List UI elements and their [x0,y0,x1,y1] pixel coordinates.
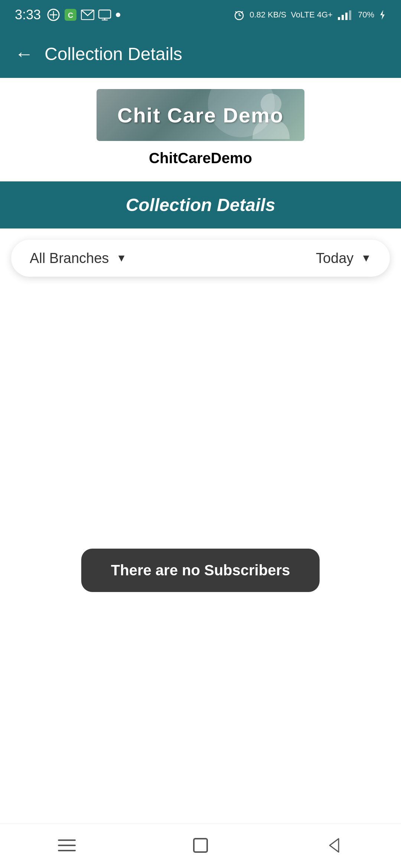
content-area: Chit Care Demo ChitCareDemo Collection D… [0,78,401,823]
menu-icon [56,834,78,857]
hamburger-menu-button[interactable] [56,834,78,858]
signal-icon [337,9,353,21]
status-bar-left: 3:33 C [15,7,121,23]
filter-divider [221,247,222,269]
logo-banner: Chit Care Demo [97,89,304,141]
svg-rect-16 [342,15,344,20]
dot-icon [115,12,121,18]
svg-rect-17 [345,13,348,20]
svg-rect-24 [194,839,207,852]
svg-rect-15 [338,17,340,20]
monitor-icon [98,9,111,20]
status-icons: C [47,8,121,22]
back-triangle-icon [323,834,345,857]
logo-section: Chit Care Demo ChitCareDemo [0,78,401,174]
company-name: ChitCareDemo [149,150,252,167]
svg-text:C: C [68,11,73,19]
app-bar-title: Collection Details [45,44,182,64]
date-filter-arrow: ▼ [361,252,371,264]
back-button[interactable]: ← [15,43,33,65]
svg-point-9 [116,13,120,17]
no-subscribers-container: There are no Subscribers [81,549,320,592]
branch-filter-label: All Branches [30,250,109,266]
circle-icon [47,8,60,22]
alarm-icon [233,9,245,21]
battery-level: 70% [358,10,374,20]
svg-marker-19 [380,10,385,20]
status-time: 3:33 [15,7,41,23]
filter-row: All Branches ▼ Today ▼ [0,228,401,288]
app-bar: ← Collection Details [0,30,401,78]
collection-details-banner: Collection Details [0,181,401,228]
square-icon [189,834,212,857]
empty-content-area: There are no Subscribers [0,288,401,622]
back-nav-button[interactable] [323,834,345,858]
mail-icon [81,10,94,20]
svg-marker-25 [330,839,339,852]
no-subscribers-text: There are no Subscribers [111,562,290,578]
date-filter-label: Today [316,250,353,266]
date-filter[interactable]: Today ▼ [316,250,371,266]
network-speed: 0.82 KB/S [250,10,286,20]
filter-container: All Branches ▼ Today ▼ [11,240,390,277]
status-bar: 3:33 C [0,0,401,30]
home-button[interactable] [189,834,212,858]
logo-decoration-person [249,91,293,139]
svg-point-20 [261,93,281,114]
svg-rect-6 [99,10,111,18]
bottom-nav [0,823,401,868]
branch-filter[interactable]: All Branches ▼ [30,250,127,266]
green-app-icon: C [64,8,77,22]
no-subscribers-badge: There are no Subscribers [81,549,320,592]
network-type: VoLTE 4G+ [291,10,333,20]
status-bar-right: 0.82 KB/S VoLTE 4G+ 70% [233,9,386,21]
battery-charging-icon [379,9,386,20]
branch-filter-arrow: ▼ [116,252,127,264]
svg-rect-18 [349,10,351,20]
collection-details-title: Collection Details [126,195,276,215]
